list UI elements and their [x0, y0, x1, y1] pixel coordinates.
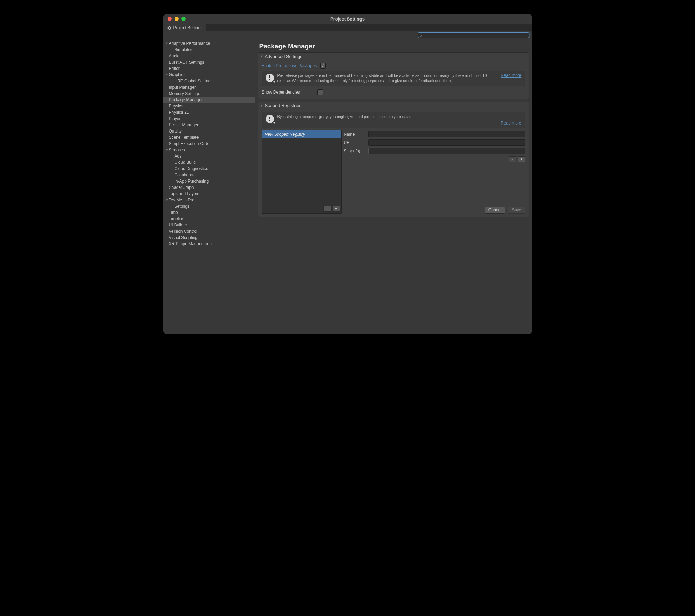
sidebar-item-settings[interactable]: ▼Settings: [163, 203, 255, 209]
sidebar-item-textmesh-pro[interactable]: ▼TextMesh Pro: [163, 197, 255, 203]
pre-release-info-text: Pre-release packages are in the process …: [277, 73, 498, 83]
scoped-registries-read-more-link[interactable]: Read more: [501, 121, 521, 126]
advanced-settings-header[interactable]: ▼ Advanced Settings: [258, 53, 529, 60]
settings-sidebar[interactable]: ▼Adaptive Performance▼Simulator▼Audio▼Bu…: [163, 39, 255, 334]
sidebar-item-label: Editor: [169, 66, 180, 71]
scope-remove-button[interactable]: -: [509, 156, 516, 162]
sidebar-item-label: TextMesh Pro: [169, 198, 194, 202]
sidebar-item-label: Time: [169, 210, 178, 215]
sidebar-item-label: Memory Settings: [169, 91, 200, 96]
sidebar-item-audio[interactable]: ▼Audio: [163, 53, 255, 59]
sidebar-item-ui-builder[interactable]: ▼UI Builder: [163, 222, 255, 228]
sidebar-item-shadergraph[interactable]: ▼ShaderGraph: [163, 184, 255, 191]
settings-content: Package Manager ▼ Advanced Settings Enab…: [255, 39, 532, 334]
zoom-window-button[interactable]: [181, 17, 186, 21]
sidebar-item-physics-2d[interactable]: ▼Physics 2D: [163, 109, 255, 115]
show-dependencies-checkbox[interactable]: [317, 89, 323, 95]
sidebar-item-label: Visual Scripting: [169, 235, 198, 240]
sidebar-item-label: Version Control: [169, 229, 197, 234]
sidebar-item-label: URP Global Settings: [175, 79, 213, 83]
enable-pre-release-label: Enable Pre-release Packages: [262, 63, 317, 68]
sidebar-item-label: UI Builder: [169, 223, 187, 227]
sidebar-item-label: Script Execution Order: [169, 141, 211, 146]
project-settings-window: Project Settings Project Settings ⋮ ⌕ ▼A…: [163, 14, 532, 334]
sidebar-item-urp-global-settings[interactable]: ▼URP Global Settings: [163, 78, 255, 84]
sidebar-item-visual-scripting[interactable]: ▼Visual Scripting: [163, 234, 255, 241]
sidebar-item-label: Scene Template: [169, 135, 199, 140]
cancel-button[interactable]: Cancel: [485, 207, 505, 214]
sidebar-item-ads[interactable]: ▼Ads: [163, 153, 255, 159]
tab-options-button[interactable]: ⋮: [524, 25, 528, 30]
sidebar-item-label: XR Plugin Management: [169, 241, 213, 246]
sidebar-item-label: Input Manager: [169, 85, 196, 90]
sidebar-item-label: Collaborate: [175, 173, 196, 177]
sidebar-item-package-manager[interactable]: ▼Package Manager: [163, 97, 255, 103]
chevron-down-icon: ▼: [165, 42, 169, 45]
registry-scopes-label: Scope(s): [344, 149, 366, 153]
registries-editor: New Scoped Registry - + Name: [258, 130, 529, 217]
registry-add-button[interactable]: +: [332, 206, 340, 212]
registry-name-label: Name: [344, 132, 366, 137]
minimize-window-button[interactable]: [175, 17, 179, 21]
foldout-icon: ▼: [260, 104, 264, 107]
registry-remove-button[interactable]: -: [323, 206, 331, 212]
sidebar-item-label: Cloud Build: [175, 160, 196, 165]
chevron-down-icon: ▼: [165, 73, 169, 77]
sidebar-item-label: Timeline: [169, 216, 185, 221]
pre-release-read-more-link[interactable]: Read more: [501, 73, 521, 78]
sidebar-item-graphics[interactable]: ▼Graphics: [163, 72, 255, 78]
sidebar-item-label: ShaderGraph: [169, 185, 194, 190]
sidebar-item-tags-and-layers[interactable]: ▼Tags and Layers: [163, 191, 255, 197]
save-button[interactable]: Save: [508, 207, 525, 214]
registry-list[interactable]: New Scoped Registry - +: [262, 130, 342, 214]
sidebar-item-burst-aot-settings[interactable]: ▼Burst AOT Settings: [163, 59, 255, 65]
search-input[interactable]: [423, 33, 529, 38]
advanced-settings-heading: Advanced Settings: [265, 54, 302, 59]
scope-add-button[interactable]: +: [518, 156, 525, 162]
scoped-registries-heading: Scoped Registries: [265, 103, 301, 108]
registry-list-item[interactable]: New Scoped Registry: [262, 130, 341, 138]
sidebar-item-adaptive-performance[interactable]: ▼Adaptive Performance: [163, 40, 255, 47]
foldout-icon: ▼: [260, 55, 264, 58]
sidebar-item-scene-template[interactable]: ▼Scene Template: [163, 134, 255, 141]
sidebar-item-version-control[interactable]: ▼Version Control: [163, 228, 255, 234]
sidebar-item-cloud-build[interactable]: ▼Cloud Build: [163, 159, 255, 166]
enable-pre-release-checkbox[interactable]: [320, 63, 326, 69]
sidebar-item-physics[interactable]: ▼Physics: [163, 103, 255, 109]
registry-form: Name URL Scope(s) - +: [344, 130, 525, 214]
sidebar-item-label: Adaptive Performance: [169, 41, 210, 46]
gear-icon: [167, 26, 171, 30]
sidebar-item-quality[interactable]: ▼Quality: [163, 128, 255, 134]
scoped-registries-panel: ▼ Scoped Registries ! By installing a sc…: [258, 102, 529, 217]
sidebar-item-simulator[interactable]: ▼Simulator: [163, 47, 255, 53]
enable-pre-release-row: Enable Pre-release Packages: [262, 62, 525, 70]
sidebar-item-script-execution-order[interactable]: ▼Script Execution Order: [163, 141, 255, 147]
sidebar-item-xr-plugin-management[interactable]: ▼XR Plugin Management: [163, 241, 255, 247]
sidebar-item-label: Ads: [175, 154, 182, 159]
sidebar-item-player[interactable]: ▼Player: [163, 115, 255, 122]
scoped-registries-header[interactable]: ▼ Scoped Registries: [258, 102, 529, 110]
sidebar-item-time[interactable]: ▼Time: [163, 209, 255, 216]
registry-name-input[interactable]: [368, 131, 525, 137]
sidebar-item-timeline[interactable]: ▼Timeline: [163, 216, 255, 222]
registry-url-input[interactable]: [368, 139, 525, 146]
window-title: Project Settings: [163, 16, 532, 22]
registry-scope-input[interactable]: [368, 148, 525, 154]
page-title: Package Manager: [259, 42, 529, 50]
sidebar-item-services[interactable]: ▼Services: [163, 147, 255, 153]
sidebar-item-label: Quality: [169, 129, 182, 134]
sidebar-item-label: Preset Manager: [169, 122, 199, 127]
sidebar-item-cloud-diagnostics[interactable]: ▼Cloud Diagnostics: [163, 166, 255, 172]
sidebar-item-editor[interactable]: ▼Editor: [163, 65, 255, 72]
close-window-button[interactable]: [168, 17, 172, 21]
search-box[interactable]: ⌕: [418, 32, 529, 38]
sidebar-item-label: Physics 2D: [169, 110, 190, 115]
sidebar-item-memory-settings[interactable]: ▼Memory Settings: [163, 90, 255, 97]
sidebar-item-label: Graphics: [169, 72, 186, 77]
scoped-registries-warning: ! By installing a scoped registry, you m…: [262, 112, 525, 128]
sidebar-item-collaborate[interactable]: ▼Collaborate: [163, 172, 255, 178]
sidebar-item-preset-manager[interactable]: ▼Preset Manager: [163, 122, 255, 128]
sidebar-item-input-manager[interactable]: ▼Input Manager: [163, 84, 255, 90]
sidebar-item-in-app-purchasing[interactable]: ▼In-App Purchasing: [163, 178, 255, 184]
tab-project-settings[interactable]: Project Settings: [163, 24, 206, 31]
